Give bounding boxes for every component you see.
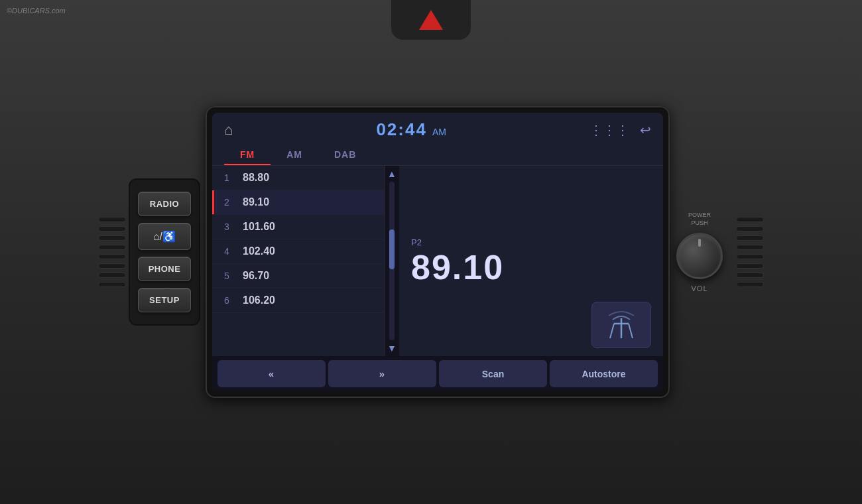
radio-tab-bar: FM AM DAB [212,145,663,166]
home-icon[interactable]: ⌂ [224,121,233,139]
station-list: 1 88.80 2 89.10 3 101.60 4 102.40 [212,166,385,356]
clock-time: 02:44 [376,119,427,140]
control-bar: « » Scan Autostore [212,356,663,391]
freq-area: P2 89.10 [411,174,651,348]
scroll-track [389,182,395,340]
scrollbar[interactable]: ▲ ▼ [385,166,399,356]
station-row-4[interactable]: 4 102.40 [212,239,384,264]
station-row-6[interactable]: 6 106.20 [212,288,384,313]
main-display: P2 89.10 [399,166,663,356]
left-control-panel: RADIO ⌂/♿ PHONE SETUP [129,178,200,326]
station-num-1: 1 [224,172,243,183]
screen-header: ⌂ 02:44 AM ⋮⋮⋮ ↩ [212,113,663,145]
mode-button[interactable]: ⌂/♿ [138,223,191,250]
left-vent [95,210,129,294]
station-row-5[interactable]: 5 96.70 [212,264,384,288]
back-icon[interactable]: ↩ [640,122,651,138]
freq-and-label: P2 89.10 [411,237,504,284]
station-freq-1: 88.80 [243,172,269,184]
station-freq-5: 96.70 [243,270,269,282]
rewind-button[interactable]: « [217,360,326,387]
clock-ampm: AM [432,127,446,137]
scroll-up-arrow[interactable]: ▲ [387,168,397,179]
scan-button[interactable]: Scan [439,360,547,387]
vol-label: VOL [691,284,708,292]
station-freq-2: 89.10 [243,196,269,208]
station-num-5: 5 [224,271,243,281]
tab-am[interactable]: AM [271,145,318,165]
volume-knob[interactable] [676,233,723,279]
svg-line-2 [610,324,614,338]
station-num-2: 2 [224,197,243,208]
current-frequency: 89.10 [411,250,504,284]
right-vent [733,210,767,294]
phone-button[interactable]: PHONE [138,257,191,281]
scroll-thumb [389,229,395,269]
screen-body: 1 88.80 2 89.10 3 101.60 4 102.40 [212,166,663,356]
hazard-area [391,0,471,40]
station-row-3[interactable]: 3 101.60 [212,215,384,239]
header-icons: ⋮⋮⋮ ↩ [589,122,651,138]
station-freq-6: 106.20 [243,294,275,306]
station-row-2[interactable]: 2 89.10 [212,190,384,215]
time-display: 02:44 AM [376,119,446,140]
station-num-3: 3 [224,221,243,232]
tab-dab[interactable]: DAB [318,145,372,165]
station-freq-3: 101.60 [243,221,275,233]
hazard-triangle-icon[interactable] [419,10,443,30]
dashboard: ©DUBICARS.com RADIO ⌂/♿ PHONE SETUP ⌂ 02… [0,0,862,504]
power-push-label: POWER PUSH [688,212,711,227]
screen: ⌂ 02:44 AM ⋮⋮⋮ ↩ FM AM DAB [212,113,663,391]
setup-button[interactable]: SETUP [138,288,191,312]
radio-button[interactable]: RADIO [138,192,191,216]
station-freq-4: 102.40 [243,245,275,257]
watermark: ©DUBICARS.com [7,7,66,15]
tab-fm[interactable]: FM [224,145,271,165]
signal-icon-box [591,302,651,348]
antenna-icon [605,309,638,341]
scroll-down-arrow[interactable]: ▼ [387,343,397,353]
station-num-6: 6 [224,295,243,306]
autostore-button[interactable]: Autostore [550,360,658,387]
current-station-label: P2 [411,237,422,247]
station-row-1[interactable]: 1 88.80 [212,166,384,190]
station-num-4: 4 [224,246,243,257]
screen-unit: ⌂ 02:44 AM ⋮⋮⋮ ↩ FM AM DAB [206,106,670,398]
forward-button[interactable]: » [328,360,436,387]
grid-icon[interactable]: ⋮⋮⋮ [589,122,629,138]
svg-line-3 [629,324,633,338]
bottom-left-controls: POWER PUSH VOL [676,212,723,292]
